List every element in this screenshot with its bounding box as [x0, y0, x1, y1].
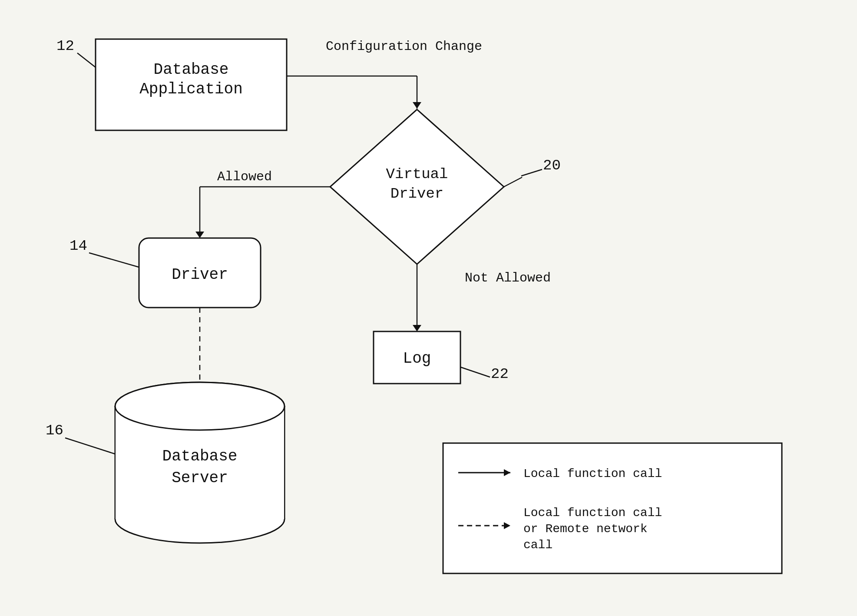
log-label: Log [403, 350, 431, 368]
svg-point-19 [115, 382, 285, 430]
allowed-label: Allowed [217, 169, 272, 184]
database-server-label2: Server [172, 469, 228, 487]
database-server-label: Database [162, 447, 238, 465]
configuration-change-label: Configuration Change [326, 39, 482, 54]
database-application-label2: Application [139, 80, 243, 98]
driver-label: Driver [172, 266, 228, 284]
ref-20-label: 20 [543, 157, 561, 174]
ref-22-label: 22 [491, 366, 509, 382]
virtual-driver-label2: Driver [390, 185, 443, 202]
ref-16-label: 16 [46, 422, 63, 439]
legend-item2-label-line2: or Remote network [523, 522, 648, 536]
legend-item2-label-line3: call [523, 538, 553, 552]
legend-item2-label-line1: Local function call [523, 506, 662, 520]
database-application-label: Database [154, 61, 229, 79]
diagram-container: Database Application 12 Configuration Ch… [0, 0, 857, 616]
virtual-driver-label: Virtual [386, 166, 448, 182]
legend-item1-label: Local function call [523, 467, 662, 480]
ref-12-label: 12 [56, 38, 74, 54]
ref-14-label: 14 [69, 238, 87, 254]
diagram-svg: Database Application 12 Configuration Ch… [0, 0, 857, 616]
not-allowed-label: Not Allowed [465, 271, 551, 285]
